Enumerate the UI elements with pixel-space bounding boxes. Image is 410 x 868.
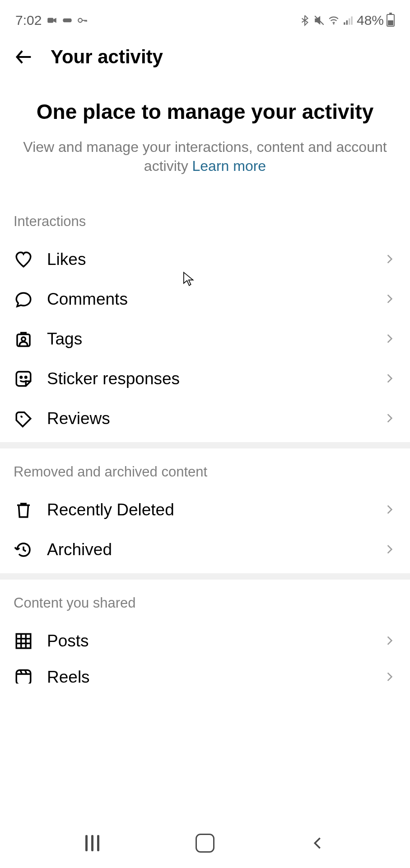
app-header: Your activity bbox=[0, 33, 410, 72]
row-recently-deleted[interactable]: Recently Deleted bbox=[0, 490, 410, 530]
row-archived[interactable]: Archived bbox=[0, 530, 410, 570]
chevron-right-icon bbox=[384, 293, 396, 306]
section-interactions: Interactions Likes Comments Tags Sticker… bbox=[0, 189, 410, 439]
svg-rect-4 bbox=[346, 20, 348, 25]
archive-history-icon bbox=[14, 540, 33, 560]
section-divider bbox=[0, 573, 410, 580]
chevron-right-icon bbox=[384, 671, 396, 684]
mute-icon bbox=[313, 14, 325, 26]
row-label: Recently Deleted bbox=[47, 500, 370, 519]
status-right: 48% bbox=[299, 13, 395, 28]
row-label: Posts bbox=[47, 632, 370, 651]
section-removed: Removed and archived content Recently De… bbox=[0, 448, 410, 570]
section-divider bbox=[0, 442, 410, 448]
svg-rect-12 bbox=[16, 634, 31, 649]
row-label: Likes bbox=[47, 250, 370, 269]
chevron-right-icon bbox=[384, 635, 396, 647]
section-title-shared: Content you shared bbox=[0, 584, 410, 621]
intro-block: One place to manage your activity View a… bbox=[0, 72, 410, 189]
svg-rect-6 bbox=[351, 16, 352, 24]
trash-icon bbox=[14, 500, 33, 520]
comment-icon bbox=[14, 289, 33, 309]
status-time: 7:02 bbox=[15, 13, 42, 28]
section-title-interactions: Interactions bbox=[0, 203, 410, 240]
row-comments[interactable]: Comments bbox=[0, 279, 410, 319]
signal-icon bbox=[342, 14, 354, 26]
reels-icon bbox=[14, 667, 33, 684]
section-shared: Content you shared Posts Reels bbox=[0, 580, 410, 684]
review-tag-icon bbox=[14, 409, 33, 429]
status-bar: 7:02 48% bbox=[0, 0, 410, 33]
nav-back-button[interactable] bbox=[307, 832, 328, 854]
nav-recent-button[interactable] bbox=[82, 832, 103, 854]
devices-icon bbox=[61, 14, 73, 26]
chevron-right-icon bbox=[384, 504, 396, 516]
row-label: Archived bbox=[47, 540, 370, 559]
row-label: Reviews bbox=[47, 409, 370, 428]
row-label: Reels bbox=[47, 668, 370, 684]
svg-point-9 bbox=[20, 377, 22, 378]
key-icon bbox=[77, 14, 89, 26]
tag-person-icon bbox=[14, 329, 33, 349]
recent-icon bbox=[85, 835, 99, 851]
svg-rect-3 bbox=[344, 22, 345, 24]
nav-back-icon bbox=[310, 835, 325, 851]
intro-subtitle: View and manage your interactions, conte… bbox=[23, 138, 387, 175]
arrow-left-icon bbox=[14, 47, 34, 67]
row-reviews[interactable]: Reviews bbox=[0, 399, 410, 439]
nav-home-button[interactable] bbox=[194, 832, 216, 854]
bluetooth-icon bbox=[299, 14, 311, 26]
svg-point-11 bbox=[21, 416, 23, 418]
video-icon bbox=[46, 14, 58, 26]
status-left: 7:02 bbox=[15, 13, 89, 28]
row-label: Sticker responses bbox=[47, 369, 370, 388]
battery-icon bbox=[387, 14, 395, 27]
svg-point-8 bbox=[22, 337, 26, 341]
row-sticker-responses[interactable]: Sticker responses bbox=[0, 359, 410, 399]
wifi-icon bbox=[328, 14, 340, 26]
row-likes[interactable]: Likes bbox=[0, 240, 410, 279]
status-app-icons bbox=[46, 14, 89, 26]
chevron-right-icon bbox=[384, 412, 396, 425]
row-label: Tags bbox=[47, 330, 370, 349]
section-title-removed: Removed and archived content bbox=[0, 453, 410, 490]
system-nav-bar bbox=[0, 818, 410, 868]
back-button[interactable] bbox=[14, 47, 34, 67]
learn-more-link[interactable]: Learn more bbox=[192, 158, 266, 174]
svg-point-10 bbox=[25, 377, 27, 378]
grid-icon bbox=[14, 631, 33, 651]
home-icon bbox=[196, 834, 214, 853]
svg-rect-0 bbox=[48, 18, 54, 23]
row-reels[interactable]: Reels bbox=[0, 661, 410, 684]
row-tags[interactable]: Tags bbox=[0, 319, 410, 359]
svg-point-1 bbox=[79, 19, 83, 23]
heart-icon bbox=[14, 250, 33, 269]
battery-percent: 48% bbox=[357, 13, 384, 28]
svg-point-2 bbox=[333, 23, 334, 24]
intro-title: One place to manage your activity bbox=[23, 99, 387, 124]
chevron-right-icon bbox=[384, 543, 396, 556]
row-posts[interactable]: Posts bbox=[0, 621, 410, 661]
svg-rect-13 bbox=[16, 670, 31, 684]
chevron-right-icon bbox=[384, 253, 396, 266]
row-label: Comments bbox=[47, 290, 370, 309]
sticker-icon bbox=[14, 369, 33, 389]
svg-rect-5 bbox=[349, 19, 350, 25]
chevron-right-icon bbox=[384, 333, 396, 345]
page-title: Your activity bbox=[51, 46, 163, 68]
chevron-right-icon bbox=[384, 373, 396, 385]
